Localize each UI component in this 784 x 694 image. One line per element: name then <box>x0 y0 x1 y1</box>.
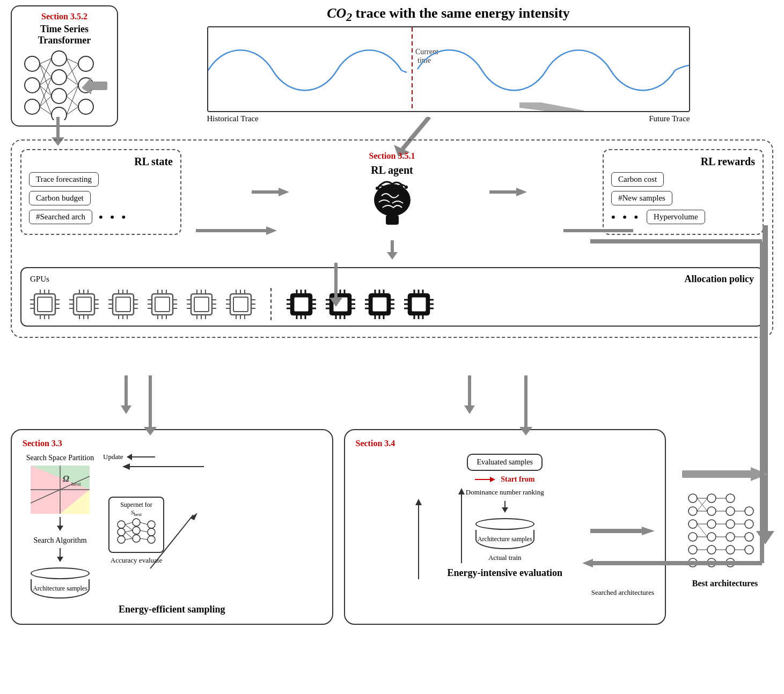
svg-line-221 <box>125 532 133 538</box>
trace-chart-svg: Current time <box>208 27 690 112</box>
svg-line-27 <box>67 85 78 115</box>
svg-point-255 <box>745 545 753 554</box>
trace-forecasting-item: Trace forecasting <box>29 172 99 187</box>
svg-line-12 <box>40 64 52 96</box>
svg-rect-108 <box>194 297 209 312</box>
svg-line-25 <box>67 96 78 107</box>
arch-samples-right: Architecture samples <box>475 518 534 549</box>
co2-section: CO2 trace with the same energy intensity… <box>123 5 773 123</box>
svg-rect-42 <box>386 215 399 225</box>
svg-line-225 <box>140 538 148 540</box>
svg-point-44 <box>398 189 401 192</box>
hypervolume-item: Hypervolume <box>647 210 705 224</box>
svg-point-239 <box>688 558 697 567</box>
svg-rect-66 <box>77 297 91 312</box>
gpu-chip-light-1 <box>30 290 60 319</box>
accuracy-evaluate-label: Accuracy evaluate <box>111 556 162 565</box>
start-from-label: Start from <box>501 475 534 484</box>
energy-efficient-title: Energy-efficient sampling <box>23 604 321 615</box>
svg-point-236 <box>688 520 697 528</box>
svg-rect-178 <box>412 297 426 312</box>
svg-marker-48 <box>516 188 527 196</box>
energy-efficient-box: Section 3.3 Search Space Partition <box>11 429 333 625</box>
svg-point-241 <box>707 507 716 515</box>
svg-point-246 <box>726 494 735 503</box>
svg-point-1 <box>25 78 40 93</box>
svg-marker-229 <box>490 477 495 482</box>
middle-section: RL state Trace forecasting Carbon budget… <box>11 139 773 338</box>
svg-point-214 <box>133 535 140 542</box>
svg-line-224 <box>140 530 148 532</box>
svg-marker-233 <box>751 467 768 481</box>
svg-rect-232 <box>682 470 752 478</box>
transformer-title: Time Series Transformer <box>38 24 91 46</box>
svg-line-222 <box>125 538 133 540</box>
efficient-inner: Search Space Partition <box>23 454 321 599</box>
carbon-cost-item: Carbon cost <box>611 172 664 187</box>
best-arch-nn <box>685 488 765 573</box>
update-arrow <box>126 452 158 462</box>
searched-arch-area: Searched architectures <box>591 588 654 597</box>
gpus-label: GPUs <box>30 275 49 284</box>
svg-marker-231 <box>502 507 508 513</box>
section-34-label: Section 3.4 <box>356 439 395 448</box>
svg-line-11 <box>40 64 52 77</box>
svg-line-219 <box>125 525 133 530</box>
arrow-state-to-agent <box>252 184 295 200</box>
svg-point-212 <box>133 519 140 526</box>
gpu-chip-dark-2 <box>326 290 355 319</box>
best-arch-col: Best architectures <box>677 429 773 625</box>
svg-point-211 <box>118 536 125 543</box>
svg-point-209 <box>118 521 125 528</box>
svg-point-7 <box>78 56 93 71</box>
arrow-algo-to-arch <box>55 548 65 564</box>
svg-marker-206 <box>57 526 63 531</box>
searched-arch-label: Searched architectures <box>591 588 654 597</box>
svg-rect-80 <box>116 297 130 312</box>
search-space-col: Search Space Partition <box>23 454 98 599</box>
svg-point-250 <box>726 545 735 554</box>
svg-point-243 <box>707 533 716 541</box>
svg-marker-194 <box>464 405 475 414</box>
svg-point-215 <box>148 521 155 528</box>
rl-agent-title: RL agent <box>371 164 413 176</box>
svg-point-4 <box>52 70 67 85</box>
svg-point-247 <box>726 507 735 515</box>
gpu-icons-row <box>30 288 754 320</box>
svg-point-45 <box>376 187 379 190</box>
arrow-dominance-down <box>500 501 510 514</box>
svg-point-234 <box>688 494 697 503</box>
svg-rect-164 <box>372 297 387 312</box>
partition-svg: Ω best <box>31 466 90 514</box>
search-space-label: Search Space Partition <box>26 454 94 462</box>
section-33-label: Section 3.3 <box>23 439 62 448</box>
carbon-budget-item: Carbon budget <box>29 191 91 205</box>
energy-intensive-title: Energy-intensive evaluation <box>356 567 655 579</box>
rl-row: RL state Trace forecasting Carbon budget… <box>20 149 764 235</box>
gpu-divider <box>270 288 272 320</box>
svg-point-248 <box>726 520 735 528</box>
update-label: Update <box>103 453 123 461</box>
svg-point-46 <box>405 186 408 189</box>
best-architectures-label: Best architectures <box>692 579 758 588</box>
svg-rect-28 <box>91 82 107 90</box>
allocation-policy-label: Allocation policy <box>685 274 754 285</box>
actual-train-label: Actual train <box>488 553 522 562</box>
svg-text:best: best <box>71 481 81 487</box>
svg-line-264 <box>697 524 707 537</box>
rl-rewards-title: RL rewards <box>611 156 755 168</box>
svg-point-242 <box>707 520 716 528</box>
searched-arch-item: #Searched arch <box>29 210 92 224</box>
gpu-chip-dark-4 <box>404 290 434 319</box>
intensive-center-col: Evaluated samples Start from Dominance n… <box>356 454 655 562</box>
svg-marker-40 <box>279 188 289 196</box>
svg-text:Ω: Ω <box>63 474 69 483</box>
svg-point-2 <box>25 99 40 114</box>
svg-point-9 <box>78 99 93 114</box>
arrow-gpu-to-efficient <box>118 375 134 418</box>
rewards-dots: • • • <box>611 210 640 224</box>
svg-line-18 <box>40 96 52 107</box>
rl-state-title: RL state <box>29 156 173 168</box>
svg-point-238 <box>688 545 697 554</box>
svg-rect-94 <box>155 297 170 312</box>
